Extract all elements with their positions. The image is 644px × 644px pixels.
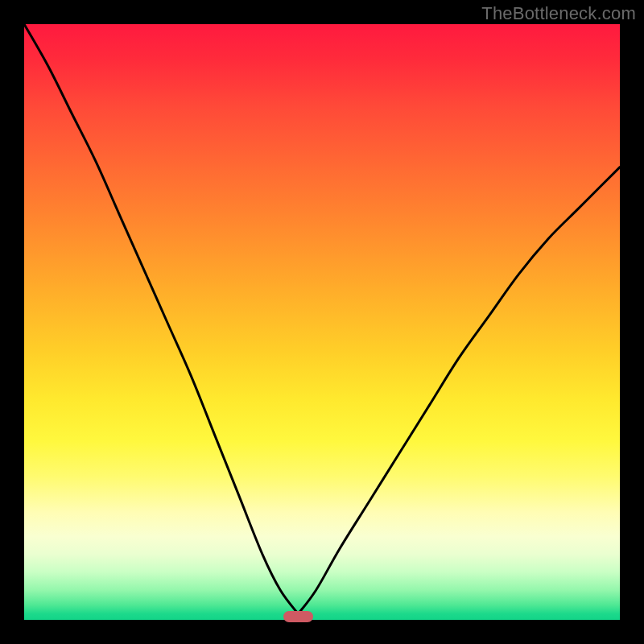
minimum-marker (283, 611, 313, 622)
curve-svg (24, 24, 620, 620)
watermark-text: TheBottleneck.com (481, 3, 636, 24)
chart-frame: TheBottleneck.com (0, 0, 644, 644)
curve-right-branch (298, 167, 620, 614)
plot-area (24, 24, 620, 620)
curve-left-branch (24, 24, 298, 614)
